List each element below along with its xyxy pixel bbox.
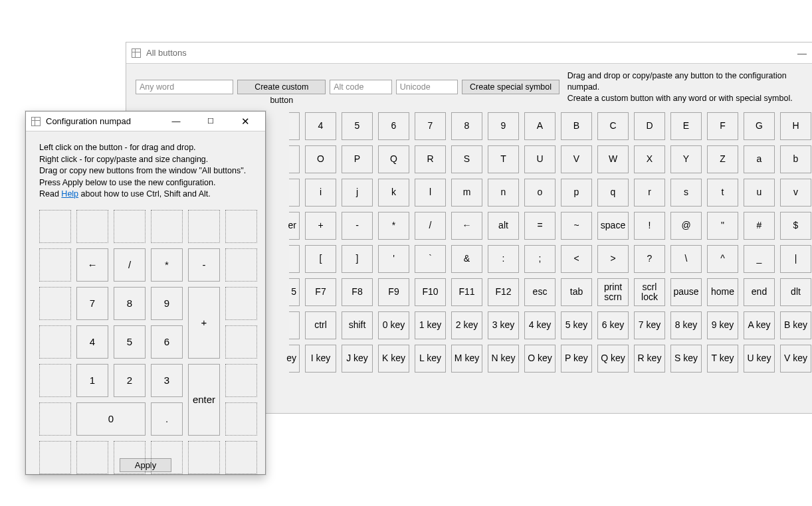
key-button[interactable]: Y (670, 145, 702, 173)
drop-slot[interactable] (225, 364, 257, 397)
key-button[interactable]: F11 (451, 278, 482, 306)
drop-slot[interactable] (76, 210, 108, 243)
key-partial[interactable]: er (289, 212, 300, 240)
key-button[interactable]: T (488, 145, 519, 173)
key-button[interactable]: L key (415, 345, 446, 373)
key-partial[interactable] (289, 179, 300, 207)
key-button[interactable]: - (342, 212, 373, 240)
key-button[interactable]: tab (561, 278, 592, 306)
key-button[interactable]: 8 (451, 112, 482, 140)
key-button[interactable]: 2 key (451, 311, 482, 339)
maximize-button[interactable]: ☐ (196, 117, 225, 126)
key-button[interactable]: home (707, 278, 738, 306)
alt-code-input[interactable]: Alt code (330, 80, 392, 94)
drop-slot[interactable] (225, 441, 257, 474)
drop-slot[interactable] (151, 441, 183, 474)
key-button[interactable]: 0 key (378, 311, 409, 339)
key-button[interactable]: : (488, 245, 519, 273)
key-button[interactable]: 5 key (561, 311, 592, 339)
key-button[interactable]: H (780, 112, 811, 140)
drop-slot[interactable] (225, 248, 257, 282)
key-button[interactable]: q (597, 179, 629, 207)
key-backspace[interactable]: ← (76, 248, 108, 282)
key-button[interactable]: i (305, 179, 336, 207)
key-button[interactable]: 5 (342, 112, 373, 140)
key-button[interactable]: B key (780, 311, 811, 339)
key-button[interactable]: 6 (378, 112, 409, 140)
key-button[interactable]: # (744, 212, 775, 240)
key-button[interactable]: ] (342, 245, 373, 273)
key-button[interactable]: [ (305, 245, 336, 273)
key-button[interactable]: I key (305, 345, 336, 373)
drop-slot[interactable] (39, 248, 71, 282)
key-button[interactable]: R (415, 145, 446, 173)
key-button[interactable]: S (451, 145, 482, 173)
key-button[interactable]: 7 key (634, 311, 665, 339)
key-button[interactable]: = (524, 212, 556, 240)
drop-slot[interactable] (225, 325, 257, 359)
key-button[interactable]: | (780, 245, 811, 273)
key-button[interactable]: J key (342, 345, 373, 373)
key-button[interactable]: 4 (305, 112, 336, 140)
key-button[interactable]: 4 key (524, 311, 556, 339)
key-plus[interactable]: + (188, 287, 220, 359)
key-button[interactable]: @ (670, 212, 702, 240)
key-button[interactable]: l (415, 179, 446, 207)
key-button[interactable]: print scrn (597, 278, 629, 306)
key-partial[interactable] (289, 311, 300, 339)
drop-slot[interactable] (39, 402, 71, 436)
key-subtract[interactable]: - (188, 248, 220, 282)
key-partial[interactable]: 5 (289, 278, 300, 306)
key-button[interactable]: U (524, 145, 556, 173)
key-button[interactable]: ` (415, 245, 446, 273)
key-button[interactable]: Q (378, 145, 409, 173)
key-button[interactable]: M key (451, 345, 482, 373)
key-button[interactable]: D (634, 112, 665, 140)
key-button[interactable]: F9 (378, 278, 409, 306)
drop-slot[interactable] (188, 441, 220, 474)
key-1[interactable]: 1 (76, 364, 108, 397)
key-button[interactable]: s (670, 179, 702, 207)
key-dot[interactable]: . (151, 402, 183, 436)
key-button[interactable]: > (597, 245, 629, 273)
key-enter[interactable]: enter (188, 364, 220, 436)
key-button[interactable]: O key (524, 345, 556, 373)
key-button[interactable]: ← (451, 212, 482, 240)
key-button[interactable]: U key (744, 345, 775, 373)
key-button[interactable]: F7 (305, 278, 336, 306)
key-button[interactable]: " (707, 212, 738, 240)
drop-slot[interactable] (114, 210, 146, 243)
key-button[interactable]: v (780, 179, 811, 207)
key-partial[interactable]: ey (289, 345, 300, 373)
key-partial[interactable] (289, 112, 300, 140)
drop-slot[interactable] (225, 210, 257, 243)
help-link[interactable]: Help (61, 189, 78, 199)
key-button[interactable]: F8 (342, 278, 373, 306)
key-button[interactable]: space (597, 212, 629, 240)
key-button[interactable]: t (707, 179, 738, 207)
key-button[interactable]: ~ (561, 212, 592, 240)
key-button[interactable]: ^ (707, 245, 738, 273)
key-button[interactable]: ? (634, 245, 665, 273)
key-button[interactable]: p (561, 179, 592, 207)
key-4[interactable]: 4 (76, 325, 108, 359)
key-button[interactable]: m (451, 179, 482, 207)
key-button[interactable]: B (561, 112, 592, 140)
key-button[interactable]: F12 (488, 278, 519, 306)
key-button[interactable]: dlt (780, 278, 811, 306)
key-button[interactable]: 7 (415, 112, 446, 140)
key-button[interactable]: 9 (488, 112, 519, 140)
key-button[interactable]: V key (780, 345, 811, 373)
key-button[interactable]: A (524, 112, 556, 140)
key-button[interactable]: K key (378, 345, 409, 373)
key-8[interactable]: 8 (114, 287, 146, 320)
key-button[interactable]: 3 key (488, 311, 519, 339)
key-button[interactable]: ctrl (305, 311, 336, 339)
key-button[interactable]: r (634, 179, 665, 207)
key-button[interactable]: A key (744, 311, 775, 339)
key-button[interactable]: P (342, 145, 373, 173)
key-button[interactable]: P key (561, 345, 592, 373)
key-button[interactable]: F (707, 112, 738, 140)
key-button[interactable]: b (780, 145, 811, 173)
key-button[interactable]: 8 key (670, 311, 702, 339)
